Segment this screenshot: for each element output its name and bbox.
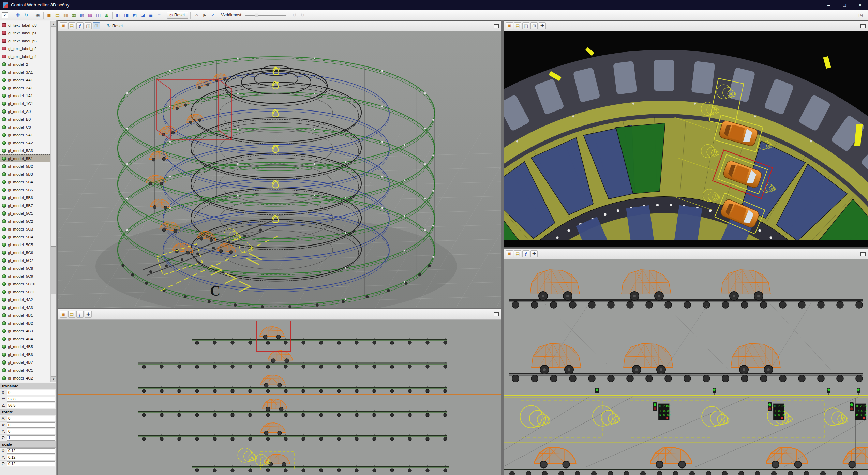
move-view-icon[interactable]: ✚ (85, 311, 92, 318)
tree-item[interactable]: gl_model_1C1 (0, 100, 50, 107)
tree-item[interactable]: gl_model_2 (0, 60, 50, 68)
layout-settings-icon[interactable]: ◳ (857, 11, 865, 19)
tree-item[interactable]: gl_text_label_p2 (0, 45, 50, 53)
property-value-field[interactable]: 0.12 (7, 448, 55, 454)
viewport-reset-button[interactable]: ↻ Reset (104, 23, 125, 29)
tree-item[interactable]: gl_model_4A2 (0, 296, 50, 303)
select-circle-icon[interactable]: ○ (193, 11, 200, 19)
snap-grid-icon[interactable]: ⊞ (103, 11, 110, 19)
tree-item[interactable]: gl_model_5A2 (0, 139, 50, 147)
tree-item[interactable]: gl_model_5C11 (0, 288, 50, 296)
tree-item[interactable]: gl_model_B0 (0, 115, 50, 123)
property-value-field[interactable]: 0 (7, 422, 55, 428)
tree-item[interactable]: gl_model_5B7 (0, 202, 50, 209)
tree-item[interactable]: gl_model_5C8 (0, 264, 50, 272)
pan-icon[interactable]: ✚ (14, 11, 22, 19)
maximize-viewport-button[interactable] (494, 312, 499, 316)
tree-item[interactable]: gl_text_label_p1 (0, 29, 50, 37)
tree-scrollbar[interactable]: ▲ ▼ (50, 21, 56, 382)
tree-item[interactable]: gl_model_5A3 (0, 147, 50, 154)
distribute-h-icon[interactable]: ≡ (155, 11, 163, 19)
add-cube-icon[interactable]: ▣ (45, 11, 53, 19)
tree-item[interactable]: gl_model_A0 (0, 107, 50, 115)
tree-item[interactable]: gl_model_2A1 (0, 84, 50, 92)
tree-item[interactable]: gl_text_label_p5 (0, 37, 50, 45)
tree-item[interactable]: gl_model_4C1 (0, 366, 50, 374)
tree-item[interactable]: gl_model_5C9 (0, 272, 50, 280)
add-plane-icon[interactable]: ▥ (62, 11, 70, 19)
viewport-3d-canvas-top[interactable] (504, 31, 868, 247)
slider-track[interactable] (245, 15, 286, 16)
tree-item[interactable]: gl_model_3A1 (0, 68, 50, 76)
confirm-icon[interactable]: ✓ (209, 11, 217, 19)
duplicate-icon[interactable]: ◫ (94, 11, 102, 19)
add-light-icon[interactable]: ▧ (78, 11, 86, 19)
tree-item[interactable]: gl_model_4C2 (0, 374, 50, 382)
tree-item[interactable]: gl_model_5B3 (0, 170, 50, 178)
move-view-icon[interactable]: ✚ (539, 22, 546, 29)
tree-item[interactable]: gl_model_5B2 (0, 162, 50, 170)
property-value-field[interactable]: 0 (7, 416, 55, 421)
minimize-button[interactable]: – (821, 0, 837, 10)
tree-item[interactable]: gl_model_5C6 (0, 249, 50, 256)
tree-item[interactable]: gl_model_5C3 (0, 225, 50, 233)
tree-item[interactable]: gl_model_4B1 (0, 311, 50, 319)
maximize-viewport-button[interactable] (494, 24, 499, 28)
pointer-icon[interactable]: ► (201, 11, 209, 19)
tree-item[interactable]: gl_model_4B6 (0, 351, 50, 358)
distance-slider[interactable] (245, 12, 286, 18)
script-icon[interactable]: ƒ (522, 250, 529, 257)
move-view-icon[interactable]: ✚ (530, 250, 538, 257)
notes-icon[interactable]: ▤ (514, 22, 521, 29)
orbit-icon[interactable]: ↻ (22, 11, 30, 19)
scene-icon[interactable]: ▣ (60, 22, 67, 29)
tree-item[interactable]: gl_model_5C2 (0, 217, 50, 225)
align-left-icon[interactable]: ◧ (114, 11, 122, 19)
tree-item[interactable]: gl_model_4B3 (0, 327, 50, 335)
notes-icon[interactable]: ▤ (68, 311, 75, 318)
add-camera-icon[interactable]: ▨ (86, 11, 94, 19)
notes-icon[interactable]: ▤ (514, 250, 521, 257)
align-top-icon[interactable]: ◩ (131, 11, 138, 19)
tree-item[interactable]: gl_model_4B4 (0, 335, 50, 343)
tree-item[interactable]: gl_model_5C5 (0, 241, 50, 249)
viewport-3d-canvas-side[interactable] (58, 320, 501, 475)
maximize-viewport-button[interactable] (860, 24, 866, 28)
tree-item[interactable]: gl_model_5C7 (0, 256, 50, 264)
tree-item[interactable]: gl_model_5B5 (0, 186, 50, 194)
property-value-field[interactable]: 0.12 (7, 455, 55, 460)
tree-item[interactable]: gl_model_5C1 (0, 209, 50, 217)
maximize-button[interactable]: □ (837, 0, 852, 10)
reset-view-button[interactable]: ↻ Reset (167, 12, 188, 19)
script-icon[interactable]: ƒ (76, 311, 84, 318)
scroll-up-button[interactable]: ▲ (51, 21, 56, 27)
tree-item[interactable]: gl_model_1A1 (0, 92, 50, 100)
close-button[interactable]: × (852, 0, 868, 10)
property-value-field[interactable]: 56.5 (7, 403, 55, 408)
tree-item[interactable]: gl_model_5B4 (0, 178, 50, 186)
property-value-field[interactable]: 0.12 (7, 461, 55, 466)
align-bottom-icon[interactable]: ◪ (139, 11, 147, 19)
tree-item[interactable]: gl_text_label_p3 (0, 21, 50, 29)
tree-item[interactable]: gl_model_5A1 (0, 131, 50, 139)
viewport-3d-canvas-detail[interactable]: U:230VI:0.0AP:0.0WU:230VI:0.0AP:0.0WU:23… (504, 259, 868, 475)
tree-item[interactable]: gl_model_5C4 (0, 233, 50, 241)
split-view-icon[interactable]: ◫ (522, 22, 529, 29)
add-label-icon[interactable]: ▤ (54, 11, 61, 19)
property-value-field[interactable]: 0 (7, 429, 55, 434)
tree-item[interactable]: gl_model_4B5 (0, 343, 50, 351)
camera-icon[interactable]: ◉ (34, 11, 42, 19)
add-mesh-icon[interactable]: ▦ (70, 11, 78, 19)
tree-item[interactable]: gl_text_label_p4 (0, 53, 50, 60)
viewport-3d-canvas-perspective[interactable]: C (58, 31, 501, 308)
tree-item[interactable]: gl_model_4B2 (0, 319, 50, 327)
distribute-v-icon[interactable]: ≣ (147, 11, 155, 19)
quad-view-icon[interactable]: ⊞ (93, 22, 100, 29)
scroll-down-button[interactable]: ▼ (51, 376, 56, 382)
tree-item[interactable]: gl_model_5C10 (0, 280, 50, 288)
tree-item[interactable]: gl_model_4B7 (0, 358, 50, 366)
split-view-icon[interactable]: ◫ (85, 22, 92, 29)
maximize-viewport-button[interactable] (860, 252, 866, 256)
property-value-field[interactable]: 1 (7, 435, 55, 441)
tree-item[interactable]: gl_model_5B1 (0, 154, 50, 162)
